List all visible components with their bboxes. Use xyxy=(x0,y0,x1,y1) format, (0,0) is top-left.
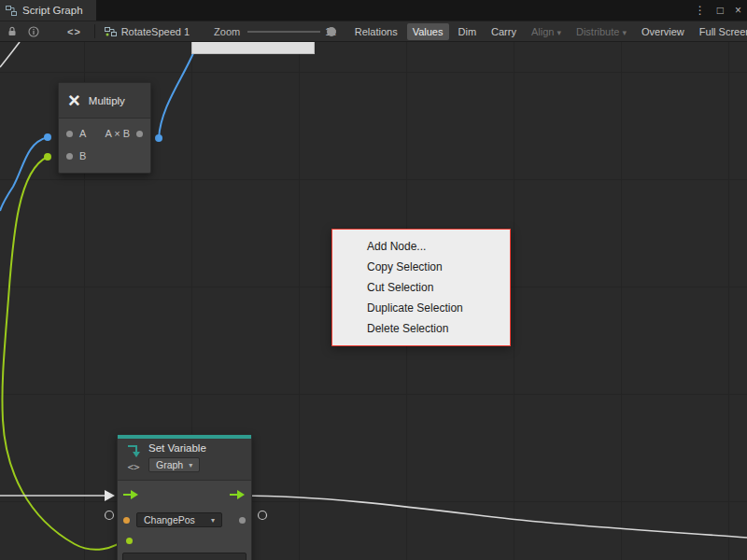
window-titlebar: Script Graph ⋮ □ × xyxy=(0,0,747,21)
port-a-label: A xyxy=(79,128,86,139)
graph-canvas[interactable]: × Multiply A A × B B <> xyxy=(0,42,747,560)
caret-down-icon: ▾ xyxy=(189,461,192,469)
value-output-dot[interactable] xyxy=(239,517,246,524)
multiply-node-title: Multiply xyxy=(89,95,125,106)
zoom-label: Zoom xyxy=(214,26,240,37)
port-dot-blue-out xyxy=(155,134,162,142)
code-icon[interactable]: <> xyxy=(67,26,81,37)
wire-blue-input-a xyxy=(0,137,48,211)
toolbar-separator xyxy=(94,24,95,38)
flow-input-arrowhead-icon xyxy=(105,490,115,501)
window-menu-icon[interactable]: ⋮ xyxy=(695,4,706,17)
variable-port-dot[interactable] xyxy=(123,517,130,524)
menu-item-copy-selection[interactable]: Copy Selection xyxy=(332,257,510,277)
wire-white-flow-output xyxy=(241,496,747,538)
value-input-field[interactable] xyxy=(122,553,247,560)
port-b-label: B xyxy=(79,150,86,161)
zoom-slider[interactable] xyxy=(247,26,320,37)
caret-down-icon: ▾ xyxy=(211,516,215,525)
port-dot-green-b xyxy=(44,153,51,161)
set-variable-icon: <> xyxy=(125,442,142,474)
svg-text:<>: <> xyxy=(127,461,140,473)
variable-name: ChangePos xyxy=(144,514,195,525)
port-row: B xyxy=(59,145,150,167)
flow-port-row xyxy=(118,481,251,509)
distribute-button[interactable]: Distribute ▾ xyxy=(571,23,632,40)
menu-item-cut-selection[interactable]: Cut Selection xyxy=(332,277,510,298)
port-b-dot[interactable] xyxy=(66,153,73,160)
flow-output-arrow[interactable] xyxy=(230,489,246,500)
zoom-slider-track xyxy=(247,31,320,33)
port-a-dot[interactable] xyxy=(66,131,73,137)
distribute-label: Distribute xyxy=(576,26,619,37)
lock-icon[interactable] xyxy=(7,26,17,36)
info-icon[interactable] xyxy=(28,26,39,37)
scope-label: Graph xyxy=(156,459,183,470)
set-variable-body: ChangePos ▾ xyxy=(118,481,251,560)
script-graph-icon xyxy=(6,6,17,16)
tab-script-graph[interactable]: Script Graph xyxy=(0,0,96,21)
graph-ref-icon xyxy=(105,26,117,37)
multiply-icon: × xyxy=(68,91,80,111)
graph-name-label: RotateSpeed 1 xyxy=(121,26,190,37)
multiply-node-body: A A × B B xyxy=(59,119,150,173)
port-output-dot[interactable] xyxy=(136,131,143,137)
fullscreen-button[interactable]: Full Screen xyxy=(694,23,747,40)
context-menu: Add Node... Copy Selection Cut Selection… xyxy=(331,229,511,346)
set-variable-header: <> Set Variable Graph ▾ xyxy=(118,439,251,481)
zoom-slider-handle[interactable] xyxy=(327,27,336,36)
value-input-dot[interactable] xyxy=(126,538,133,544)
window-close-icon[interactable]: × xyxy=(735,4,741,17)
clipped-node-fragment[interactable] xyxy=(191,42,315,54)
multiply-node[interactable]: × Multiply A A × B B xyxy=(58,82,151,174)
caret-down-icon: ▾ xyxy=(622,28,627,37)
port-output-label: A × B xyxy=(105,128,130,139)
window-maximize-icon[interactable]: □ xyxy=(717,4,724,17)
graph-toolbar: <> RotateSpeed 1 Zoom 1x Relations Value… xyxy=(0,21,747,42)
relations-button[interactable]: Relations xyxy=(349,23,403,40)
wire-white-topleft xyxy=(0,42,20,67)
graph-reference[interactable]: RotateSpeed 1 xyxy=(105,26,190,37)
values-button[interactable]: Values xyxy=(407,23,449,40)
align-button[interactable]: Align ▾ xyxy=(526,23,567,40)
port-circle-right xyxy=(259,511,267,520)
menu-item-duplicate-selection[interactable]: Duplicate Selection xyxy=(332,298,510,318)
flow-input-arrow[interactable] xyxy=(123,489,139,500)
variable-dropdown[interactable]: ChangePos ▾ xyxy=(136,512,222,527)
set-variable-header-text: Set Variable Graph ▾ xyxy=(148,442,206,474)
carry-button[interactable]: Carry xyxy=(486,23,522,40)
dim-button[interactable]: Dim xyxy=(453,23,483,40)
align-label: Align xyxy=(531,26,554,37)
port-circle-left xyxy=(106,511,114,520)
window-controls: ⋮ □ × xyxy=(695,0,741,21)
menu-item-add-node[interactable]: Add Node... xyxy=(332,236,510,257)
unity-window: { "titlebar": { "tab": "Script Graph" },… xyxy=(0,0,747,560)
port-row: A A × B xyxy=(59,122,150,145)
scope-dropdown[interactable]: Graph ▾ xyxy=(148,457,200,472)
port-dot-blue-a xyxy=(44,133,51,141)
set-variable-node[interactable]: <> Set Variable Graph ▾ xyxy=(117,434,252,560)
overview-button[interactable]: Overview xyxy=(636,23,690,40)
variable-port-row: ChangePos ▾ xyxy=(118,509,251,531)
set-variable-title: Set Variable xyxy=(148,442,206,454)
wire-blue-output xyxy=(159,53,193,138)
menu-item-delete-selection[interactable]: Delete Selection xyxy=(332,318,510,339)
wire-green-input-b xyxy=(2,157,126,550)
multiply-node-header: × Multiply xyxy=(59,83,150,119)
value-input-row xyxy=(118,531,251,550)
tab-title: Script Graph xyxy=(22,5,83,16)
caret-down-icon: ▾ xyxy=(557,28,561,37)
